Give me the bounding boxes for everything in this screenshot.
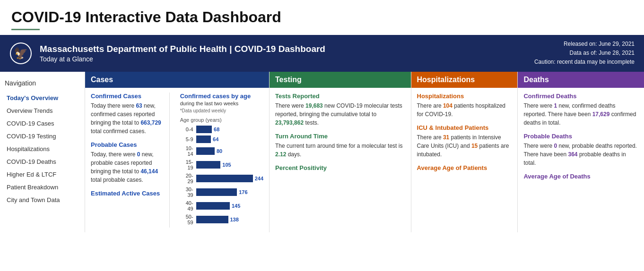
confirmed-deaths-text: There were 1 new, confirmed deaths repor… xyxy=(523,102,638,127)
data-as-of: Data as of: June 28, 2021 xyxy=(534,49,635,58)
probable-cases-link[interactable]: Probable Cases xyxy=(91,141,165,148)
bar-value-50-59: 138 xyxy=(230,217,239,222)
bar-row-10-14: 10-14 80 xyxy=(180,145,263,157)
bar-age-50-59: 50-59 xyxy=(180,214,196,225)
bar-value-10-14: 80 xyxy=(217,148,222,154)
probable-deaths-total: 364 xyxy=(568,151,578,158)
hosp-text: There are 104 patients hospitalized for … xyxy=(417,102,512,119)
bar-container-20-29: 244 xyxy=(196,175,263,182)
bar-50-59 xyxy=(196,216,228,223)
cases-body: Confirmed Cases Today there were 63 new,… xyxy=(85,88,269,232)
avg-age-deaths-link[interactable]: Average Age of Deaths xyxy=(523,173,638,180)
bar-age-20-29: 20-29 xyxy=(180,173,196,184)
deaths-header: Deaths xyxy=(518,72,644,88)
cases-header: Cases xyxy=(85,72,269,88)
bar-value-15-19: 105 xyxy=(222,162,231,168)
sidebar-item-patient-breakdown[interactable]: Patient Breakdown xyxy=(5,181,80,194)
sidebar-item-covid-cases[interactable]: COVID-19 Cases xyxy=(5,117,80,130)
bar-row-0-4: 0-4 68 xyxy=(180,126,263,133)
tests-new-count: 19,683 xyxy=(305,102,323,109)
icu-link[interactable]: ICU & Intubated Patients xyxy=(417,124,512,131)
banner-main-text: Massachusetts Department of Public Healt… xyxy=(40,44,534,54)
bar-row-20-29: 20-29 244 xyxy=(180,173,263,184)
bar-age-10-14: 10-14 xyxy=(180,145,196,157)
bar-container-40-49: 145 xyxy=(196,202,263,210)
probable-deaths-link[interactable]: Probable Deaths xyxy=(523,133,638,140)
bar-container-0-4: 68 xyxy=(196,126,263,133)
chart-title: Confirmed cases by age xyxy=(180,93,263,100)
banner-text: Massachusetts Department of Public Healt… xyxy=(40,44,534,63)
bar-15-19 xyxy=(196,161,221,169)
title-underline xyxy=(11,29,40,30)
confirmed-deaths-link[interactable]: Confirmed Deaths xyxy=(523,93,638,100)
probable-deaths-text: There were 0 new, probable deaths report… xyxy=(523,142,638,167)
hospitalizations-link[interactable]: Hospitalizations xyxy=(417,93,512,100)
banner: 🦅 Massachusetts Department of Public Hea… xyxy=(0,35,644,72)
confirmed-deaths-total: 17,629 xyxy=(592,111,610,118)
bar-container-50-59: 138 xyxy=(196,216,263,223)
bar-value-30-39: 176 xyxy=(239,189,247,195)
avg-age-patients-link[interactable]: Average Age of Patients xyxy=(417,164,512,171)
turnaround-value: 2.12 xyxy=(275,151,286,158)
sidebar-item-higher-ed[interactable]: Higher Ed & LTCF xyxy=(5,168,80,181)
confirmed-cases-text: Today there were 63 new, confirmed cases… xyxy=(91,102,165,136)
probable-deaths-new: 0 xyxy=(554,143,557,149)
hosp-count: 104 xyxy=(443,102,453,109)
sidebar-item-hospitalizations[interactable]: Hospitalizations xyxy=(5,143,80,155)
probable-cases-text: Today, there were 0 new, probable cases … xyxy=(91,150,165,184)
icu-count: 31 xyxy=(443,134,449,141)
bar-value-0-4: 68 xyxy=(214,127,219,132)
bar-20-29 xyxy=(196,175,253,182)
sidebar-item-overview-trends[interactable]: Overview Trends xyxy=(5,104,80,117)
caution-text: Caution: recent data may be incomplete xyxy=(534,58,635,67)
sidebar-item-todays-overview[interactable]: Today's Overview xyxy=(5,92,80,104)
sidebar-item-covid-deaths[interactable]: COVID-19 Deaths xyxy=(5,155,80,168)
confirmed-cases-link[interactable]: Confirmed Cases xyxy=(91,93,165,100)
sidebar: Navigation Today's Overview Overview Tre… xyxy=(0,72,85,232)
banner-meta: Released on: June 29, 2021 Data as of: J… xyxy=(534,40,635,67)
percent-positivity-link[interactable]: Percent Positivity xyxy=(275,164,405,171)
bar-age-15-19: 15-19 xyxy=(180,159,196,170)
turnaround-text: The current turn around time for a molec… xyxy=(275,142,405,159)
bar-value-40-49: 145 xyxy=(232,203,240,209)
bar-value-5-9: 64 xyxy=(213,136,218,142)
icu-text: There are 31 patients in Intensive Care … xyxy=(417,133,512,159)
hosp-body: Hospitalizations There are 104 patients … xyxy=(411,88,518,176)
bar-5-9 xyxy=(196,136,211,143)
tests-reported-link[interactable]: Tests Reported xyxy=(275,93,405,100)
hosp-header: Hospitalizations xyxy=(411,72,518,88)
turnaround-link[interactable]: Turn Around Time xyxy=(275,133,405,140)
estimated-active-cases-link[interactable]: Estimated Active Cases xyxy=(91,190,165,197)
deaths-panel: Deaths Confirmed Deaths There were 1 new… xyxy=(518,72,644,232)
bar-container-15-19: 105 xyxy=(196,161,263,169)
probable-total-count: 46,144 xyxy=(140,168,158,175)
probable-new-count: 0 xyxy=(137,151,140,158)
sidebar-item-city-town[interactable]: City and Town Data xyxy=(5,194,80,206)
bar-age-30-39: 30-39 xyxy=(180,186,196,198)
page-title: COVID-19 Interactive Data Dashboard xyxy=(0,0,644,29)
chart-note: *Data updated weekly xyxy=(180,108,263,113)
bar-age-5-9: 5-9 xyxy=(180,136,196,142)
bar-10-14 xyxy=(196,147,215,155)
bar-row-5-9: 5-9 64 xyxy=(180,136,263,143)
main-layout: Navigation Today's Overview Overview Tre… xyxy=(0,72,644,232)
svg-text:🦅: 🦅 xyxy=(14,46,28,60)
chart-axis-label: Age group (years) xyxy=(180,117,263,123)
banner-sub-text: Today at a Glance xyxy=(40,55,534,63)
bar-value-20-29: 244 xyxy=(255,176,263,181)
confirmed-total-count: 663,729 xyxy=(140,119,161,126)
banner-logo: 🦅 xyxy=(9,42,32,65)
hospitalizations-panel: Hospitalizations Hospitalizations There … xyxy=(411,72,518,232)
intubated-count: 15 xyxy=(471,143,478,149)
sidebar-title: Navigation xyxy=(5,79,80,87)
testing-header: Testing xyxy=(270,72,411,88)
bar-container-10-14: 80 xyxy=(196,147,263,155)
bar-container-5-9: 64 xyxy=(196,136,263,143)
sidebar-item-covid-testing[interactable]: COVID-19 Testing xyxy=(5,130,80,143)
bar-row-50-59: 50-59 138 xyxy=(180,214,263,225)
tests-total-count: 23,793,862 xyxy=(275,119,304,126)
bar-row-15-19: 15-19 105 xyxy=(180,159,263,170)
deaths-body: Confirmed Deaths There were 1 new, confi… xyxy=(518,88,644,185)
confirmed-deaths-new: 1 xyxy=(554,102,557,109)
bar-container-30-39: 176 xyxy=(196,188,263,196)
